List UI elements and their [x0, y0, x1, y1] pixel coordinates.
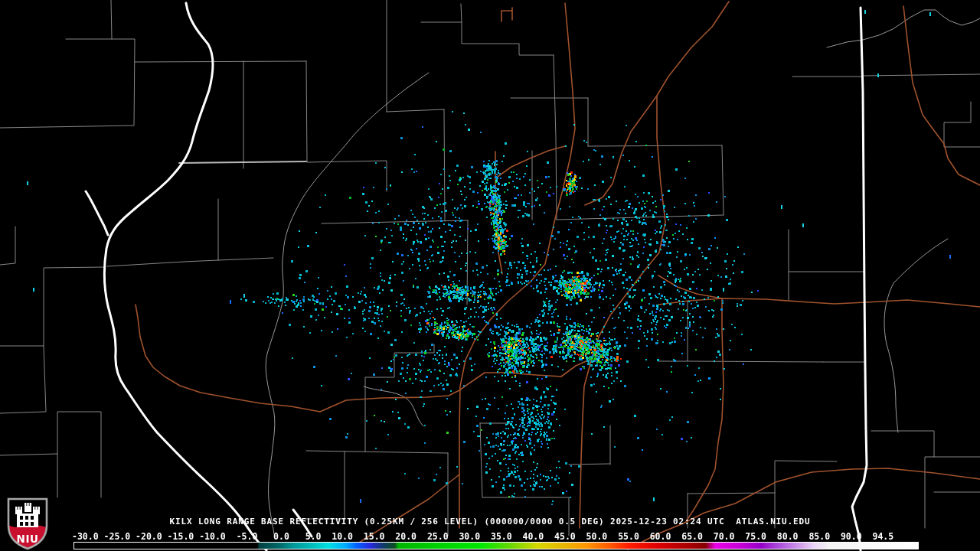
niu-wordmark: NIU — [17, 533, 39, 545]
radar-display: KILX LONG RANGE BASE REFLECTIVITY (0.25K… — [0, 0, 980, 551]
product-title: KILX LONG RANGE BASE REFLECTIVITY (0.25K… — [0, 517, 980, 527]
colorbar-scale-labels: -30.0 -25.0 -20.0 -15.0 -10.0 -5.0 0.0 5… — [72, 531, 893, 542]
niu-logo: NIU — [4, 497, 51, 551]
radar-echo-layer — [0, 0, 980, 551]
reflectivity-colorbar — [74, 542, 919, 549]
